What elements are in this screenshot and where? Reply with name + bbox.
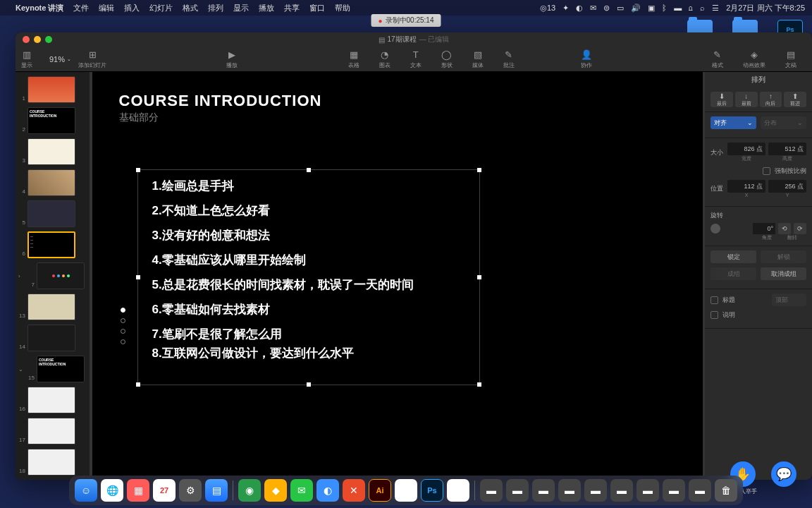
minimized-window[interactable]: ▬ (689, 479, 711, 502)
menu-window[interactable]: 窗口 (309, 3, 325, 13)
app-icon[interactable]: ◔ (447, 479, 469, 502)
status-icon[interactable]: ⊜ (603, 4, 610, 13)
slide-thumb[interactable] (27, 387, 75, 413)
media-button[interactable]: ▧媒体 (472, 49, 484, 69)
keynote-icon[interactable]: ▤ (205, 479, 228, 502)
status-icon[interactable]: ✦ (562, 4, 569, 13)
slide[interactable]: COURSE INTRODUCTION 基础部分 1.绘画总是手抖 (92, 72, 703, 480)
ungroup-button[interactable]: 取消成组 (761, 267, 806, 280)
app-icon[interactable]: ✕ (343, 479, 365, 502)
sketch-icon[interactable]: ◆ (264, 479, 287, 502)
traffic-lights[interactable] (23, 36, 52, 43)
slide-subtitle[interactable]: 基础部分 (119, 111, 159, 124)
lock-button[interactable]: 锁定 (710, 250, 756, 263)
minimized-window[interactable]: ▬ (663, 479, 685, 502)
app-icon[interactable]: ◉ (238, 479, 261, 502)
width-field[interactable]: 826 点 (727, 143, 765, 155)
chat-button[interactable]: 💬 (771, 461, 796, 487)
align-dropdown[interactable]: 对齐⌄ (710, 116, 756, 129)
menu-view[interactable]: 显示 (233, 3, 249, 13)
slide-thumb[interactable] (37, 262, 85, 289)
chart-button[interactable]: ◔图表 (379, 49, 390, 69)
illustrator-icon[interactable]: Ai (369, 479, 391, 502)
slide-thumb[interactable] (27, 294, 75, 320)
angle-field[interactable]: 0° (753, 223, 775, 234)
slide-thumb[interactable] (27, 169, 75, 196)
recording-pill[interactable]: 录制中00:25:14 (371, 14, 441, 27)
wechat-icon[interactable]: ✉ (590, 4, 596, 13)
battery-icon[interactable]: ▬ (674, 4, 682, 12)
slide-thumb-selected[interactable]: ———— (27, 231, 75, 258)
table-button[interactable]: ▦表格 (348, 49, 359, 69)
resize-handle[interactable] (307, 168, 311, 172)
animate-tab[interactable]: ◈动画效果 (743, 49, 765, 69)
volume-icon[interactable]: 🔊 (631, 4, 641, 13)
disclosure-icon[interactable]: › (18, 273, 25, 279)
flip-v-button[interactable]: ⟳ (794, 223, 806, 234)
text-button[interactable]: T文本 (410, 49, 422, 69)
resize-handle[interactable] (136, 382, 140, 387)
minimized-window[interactable]: ▬ (506, 479, 529, 502)
photoshop-icon[interactable]: Ps (421, 479, 443, 502)
menu-insert[interactable]: 插入 (124, 3, 140, 13)
slide-thumb[interactable] (27, 325, 75, 351)
resize-handle[interactable] (136, 275, 140, 279)
slide-thumb[interactable] (27, 200, 75, 227)
slide-title[interactable]: COURSE INTRODUCTION (119, 92, 322, 110)
minimized-window[interactable]: ▬ (636, 479, 659, 502)
format-tab[interactable]: ✎格式 (712, 49, 723, 69)
rotate-knob[interactable] (710, 224, 720, 234)
slide-thumb[interactable] (27, 449, 75, 476)
doc-tab[interactable]: ▤文稿 (785, 49, 796, 69)
textbox-content[interactable]: 1.绘画总是手抖 2.不知道上色怎么好看 3.没有好的创意和想法 4.零基础应该… (138, 170, 479, 369)
slide-thumb[interactable] (27, 418, 75, 445)
menu-slide[interactable]: 幻灯片 (149, 3, 173, 13)
minimized-window[interactable]: ▬ (584, 479, 607, 502)
bring-front-button[interactable]: ⬆前进 (784, 92, 806, 107)
screen-icon[interactable]: ▣ (648, 4, 655, 13)
app-icon[interactable]: ▦ (127, 479, 149, 502)
wechat-icon[interactable]: ✉ (290, 479, 313, 502)
app-name[interactable]: Keynote 讲演 (16, 3, 63, 13)
menu-play[interactable]: 播放 (259, 3, 274, 13)
chrome-icon[interactable]: 🌐 (101, 479, 123, 502)
send-backward-button[interactable]: ↓最前 (735, 92, 758, 107)
menu-help[interactable]: 帮助 (335, 3, 350, 13)
flip-h-button[interactable]: ⟲ (778, 223, 791, 234)
clock[interactable]: 2月27日 周六 下午8:25 (726, 3, 805, 13)
disclosure-icon[interactable]: ⌄ (18, 366, 25, 373)
app-icon[interactable]: ◐ (316, 479, 339, 502)
slide-navigator[interactable]: 1 2COURSEINTRODUCTION 3 4 5 6———— ›7 13 … (16, 72, 90, 480)
slide-thumb[interactable] (27, 138, 75, 165)
resize-handle[interactable] (477, 382, 481, 387)
control-icon[interactable]: ☰ (712, 4, 719, 13)
resize-handle[interactable] (307, 382, 311, 387)
collab-button[interactable]: 👤协作 (581, 49, 592, 69)
selected-textbox[interactable]: 1.绘画总是手抖 2.不知道上色怎么好看 3.没有好的创意和想法 4.零基础应该… (137, 169, 480, 385)
add-slide-button[interactable]: ⊞添加幻灯片 (78, 49, 106, 69)
slide-thumb[interactable] (27, 76, 75, 103)
status-icon[interactable]: ◐ (576, 4, 583, 13)
wifi-icon[interactable]: ⩍ (689, 4, 693, 12)
maximize-icon[interactable] (45, 36, 52, 43)
menu-file[interactable]: 文件 (73, 3, 89, 13)
calendar-icon[interactable]: 27 (153, 479, 176, 502)
menu-arrange[interactable]: 排列 (208, 3, 223, 13)
zoom-control[interactable]: 91%⌄ (49, 55, 71, 64)
y-field[interactable]: 256 点 (768, 180, 806, 193)
menu-format[interactable]: 格式 (183, 3, 198, 13)
view-button[interactable]: ▥显示 (21, 49, 32, 69)
resize-handle[interactable] (136, 168, 140, 172)
cpu-icon[interactable]: ◎13 (540, 4, 555, 13)
app-icon[interactable]: ⊙ (395, 479, 417, 502)
resize-handle[interactable] (477, 275, 481, 279)
comment-button[interactable]: ✎批注 (503, 49, 515, 69)
minimize-icon[interactable] (34, 36, 41, 43)
close-icon[interactable] (23, 36, 30, 43)
search-icon[interactable]: ⌕ (700, 4, 705, 12)
constrain-checkbox[interactable] (763, 167, 770, 175)
minimized-window[interactable]: ▬ (610, 479, 633, 502)
settings-icon[interactable]: ⚙ (179, 479, 202, 502)
menu-edit[interactable]: 编辑 (99, 3, 114, 13)
trash-icon[interactable]: 🗑 (715, 479, 737, 502)
